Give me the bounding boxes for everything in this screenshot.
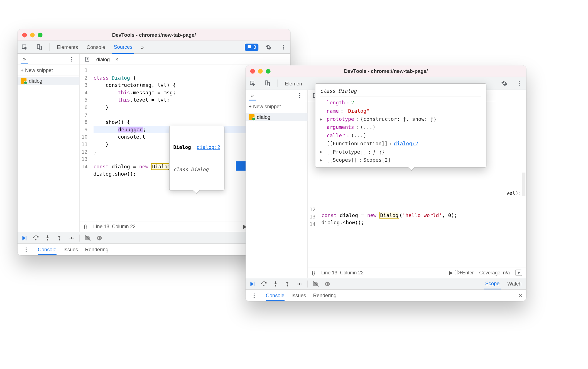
drawer-tabbar: Console Issues Rendering ×	[246, 289, 526, 301]
coverage-label[interactable]: Coverage: n/a	[479, 270, 510, 275]
drawer-issues[interactable]: Issues	[63, 247, 78, 252]
svg-point-25	[519, 83, 520, 84]
new-snippet-button[interactable]: + New snippet	[18, 65, 80, 76]
expand-icon[interactable]: ▶	[320, 156, 324, 164]
popup-signature: class Dialog	[320, 87, 481, 97]
tab-sources[interactable]: Sources	[112, 41, 134, 53]
svg-point-6	[71, 57, 72, 58]
navigator-more[interactable]: »	[21, 54, 28, 64]
step-into-icon[interactable]	[44, 235, 51, 241]
svg-point-3	[283, 45, 284, 46]
tab-console[interactable]: Console	[85, 41, 107, 53]
pretty-print-icon[interactable]: {}	[84, 224, 87, 229]
scrollbar[interactable]	[521, 101, 526, 267]
resume-icon[interactable]	[249, 280, 256, 287]
pretty-print-icon[interactable]: {}	[312, 270, 315, 275]
deactivate-breakpoints-icon[interactable]	[84, 234, 91, 241]
titlebar[interactable]: DevTools - chrome://new-tab-page/	[246, 65, 526, 77]
step-icon[interactable]	[67, 235, 74, 241]
expand-link[interactable]: (...)	[360, 123, 376, 131]
pause-on-exn-icon[interactable]	[96, 235, 103, 241]
snippet-icon	[249, 114, 254, 120]
tab-elements[interactable]: Elemen	[283, 77, 304, 90]
svg-rect-16	[98, 237, 99, 239]
svg-rect-38	[328, 282, 329, 285]
minimize-window-icon[interactable]	[30, 33, 35, 37]
step-icon[interactable]	[295, 281, 302, 287]
svg-point-11	[35, 239, 36, 240]
close-window-icon[interactable]	[22, 33, 27, 37]
svg-point-26	[519, 85, 520, 86]
device-toggle-icon[interactable]	[263, 79, 272, 88]
svg-rect-10	[26, 235, 26, 240]
drawer-console[interactable]: Console	[266, 291, 285, 301]
drawer-rendering[interactable]: Rendering	[85, 247, 109, 252]
more-vert-icon[interactable]	[67, 55, 77, 64]
definition-link[interactable]: dialog:2	[197, 144, 220, 150]
scope-tab[interactable]: Scope	[484, 278, 501, 290]
step-over-icon[interactable]	[32, 234, 39, 241]
cursor-position: Line 13, Column 22	[321, 270, 364, 275]
editor-tab-file[interactable]: dialog	[96, 56, 110, 62]
dropdown-icon[interactable]: ▾	[515, 269, 522, 275]
drawer-rendering[interactable]: Rendering	[313, 292, 337, 298]
svg-point-28	[299, 95, 300, 96]
close-icon[interactable]: ×	[115, 56, 118, 62]
snippet-file-label: dialog	[29, 78, 43, 84]
svg-point-4	[283, 47, 284, 48]
drawer-console[interactable]: Console	[38, 245, 57, 255]
cursor-position: Line 13, Column 22	[93, 224, 136, 229]
svg-point-12	[47, 239, 48, 240]
line-gutter: 1234567891011121314	[80, 65, 91, 221]
more-vert-icon[interactable]	[295, 91, 305, 100]
svg-point-34	[286, 285, 288, 286]
device-toggle-icon[interactable]	[35, 43, 44, 52]
step-into-icon[interactable]	[272, 281, 279, 287]
close-icon[interactable]: ×	[519, 292, 522, 299]
window-title: DevTools - chrome://new-tab-page/	[246, 68, 526, 74]
more-vert-icon[interactable]	[514, 79, 524, 88]
gear-icon[interactable]	[264, 43, 273, 52]
snippet-file[interactable]: dialog	[18, 77, 80, 85]
svg-point-24	[519, 81, 520, 82]
maximize-window-icon[interactable]	[266, 69, 271, 73]
issues-badge[interactable]: 3	[245, 44, 259, 51]
inspect-icon[interactable]	[20, 43, 29, 52]
svg-point-27	[299, 93, 300, 94]
titlebar[interactable]: DevTools - chrome://new-tab-page/	[18, 29, 290, 41]
deactivate-breakpoints-icon[interactable]	[312, 280, 319, 287]
more-vert-icon[interactable]	[21, 245, 31, 254]
minimize-window-icon[interactable]	[258, 69, 263, 73]
snippet-icon	[21, 78, 26, 84]
expand-icon[interactable]: ▶	[320, 148, 324, 156]
maximize-window-icon[interactable]	[38, 33, 43, 37]
expand-link[interactable]: (...)	[351, 131, 366, 139]
svg-rect-17	[100, 237, 101, 239]
snippet-file[interactable]: dialog	[246, 113, 308, 121]
step-out-icon[interactable]	[56, 235, 63, 241]
navigator-more[interactable]: »	[249, 90, 256, 100]
expand-icon[interactable]: ▶	[320, 115, 324, 123]
watch-tab[interactable]: Watch	[506, 279, 523, 289]
definition-link[interactable]: dialog:2	[394, 139, 418, 147]
svg-point-5	[283, 48, 284, 50]
run-hint[interactable]: ▶ ⌘+Enter	[449, 270, 474, 275]
drawer-issues[interactable]: Issues	[291, 292, 306, 298]
more-vert-icon[interactable]	[279, 43, 288, 52]
close-window-icon[interactable]	[250, 69, 255, 73]
more-vert-icon[interactable]	[249, 291, 259, 300]
tab-elements[interactable]: Elements	[55, 41, 80, 53]
svg-point-32	[263, 285, 264, 286]
resume-icon[interactable]	[21, 234, 28, 241]
pause-on-exn-icon[interactable]	[324, 281, 331, 287]
tab-more[interactable]: »	[139, 41, 145, 53]
history-back-icon[interactable]	[83, 55, 92, 64]
gear-icon[interactable]	[500, 79, 509, 88]
inspect-icon[interactable]	[248, 79, 257, 88]
new-snippet-button[interactable]: + New snippet	[246, 101, 308, 112]
step-over-icon[interactable]	[260, 280, 267, 287]
hover-popup-large: class Dialog length: 2 name: "Dialog" ▶p…	[315, 83, 486, 168]
svg-point-36	[325, 282, 330, 286]
step-out-icon[interactable]	[284, 281, 291, 287]
svg-point-15	[97, 235, 102, 240]
